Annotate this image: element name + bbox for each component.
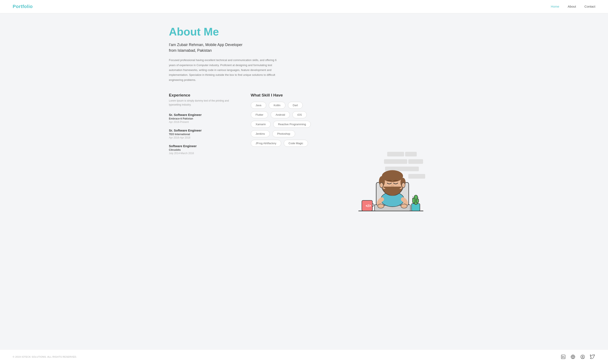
nav-item-home[interactable]: Home xyxy=(551,5,559,8)
about-heading-normal: About xyxy=(169,26,204,38)
navbar: Portfolio Home About Contact xyxy=(0,0,608,13)
footer-copyright: © 2019 IOTECK SOLUTIONS. ALL RIGHTS RESE… xyxy=(13,356,77,358)
skill-kotlin: Kotlin xyxy=(269,102,285,109)
about-bio: Focused professional having excellent te… xyxy=(169,58,279,82)
right-panel: </> ⌘ xyxy=(331,26,439,341)
svg-rect-0 xyxy=(387,152,404,156)
skills-section: What Skill I Have Java Kotlin Dart Flutt… xyxy=(251,93,323,160)
skill-codemagic: Code Magic xyxy=(284,140,308,147)
social-icons xyxy=(560,354,595,360)
experience-title: Experience xyxy=(169,93,238,98)
svg-point-29 xyxy=(382,171,402,179)
exp-title-3: Software Engineer xyxy=(169,144,238,148)
skill-java: Java xyxy=(251,102,266,109)
logo[interactable]: Portfolio xyxy=(13,4,33,9)
skill-reactive: Reactive Programming xyxy=(273,121,311,128)
linkedin-icon[interactable] xyxy=(560,354,566,360)
nav-item-about[interactable]: About xyxy=(568,5,576,8)
developer-illustration: </> ⌘ xyxy=(341,145,429,221)
svg-text:</>: </> xyxy=(366,204,371,208)
skill-ios: iOS xyxy=(292,111,307,118)
exp-item-1: Sr. Software Engineer Embrace-it Pakista… xyxy=(169,113,238,124)
github-icon[interactable] xyxy=(580,354,586,360)
svg-point-23 xyxy=(401,204,407,208)
nav-link-about[interactable]: About xyxy=(568,5,576,8)
exp-period-2: Apr 2016-Apr 2018 xyxy=(169,136,238,139)
about-subtitle: I'am Zubair Rehman, Mobile App Developer… xyxy=(169,42,323,53)
svg-rect-2 xyxy=(384,159,407,164)
footer: © 2019 IOTECK SOLUTIONS. ALL RIGHTS RESE… xyxy=(0,350,608,364)
exp-company-1: Embrace-it Pakistan xyxy=(169,117,238,120)
nav-item-contact[interactable]: Contact xyxy=(584,5,595,8)
experience-desc: Lorem Ipsum is simply dummy text of the … xyxy=(169,99,238,107)
skill-android: Android xyxy=(271,111,290,118)
exp-period-3: July 2014-March 2016 xyxy=(169,152,238,155)
nav-links: Home About Contact xyxy=(551,5,595,8)
skill-tags: Java Kotlin Dart Flutter Android iOS Xam… xyxy=(251,102,323,147)
svg-rect-5 xyxy=(408,174,425,179)
logo-accent: o xyxy=(30,4,33,9)
svg-point-37 xyxy=(582,356,583,357)
globe-icon[interactable] xyxy=(570,354,576,360)
skill-jenkins: Jenkins xyxy=(251,130,270,137)
exp-title-2: Sr. Software Engineer xyxy=(169,129,238,132)
exp-company-3: Citrusbits xyxy=(169,148,238,151)
skill-xamarin: Xamarin xyxy=(251,121,271,128)
about-heading-accent: Me xyxy=(204,26,219,38)
skill-flutter: Flutter xyxy=(251,111,268,118)
skills-title: What Skill I Have xyxy=(251,93,323,98)
skill-jfrog: JFrog Atrtifactory xyxy=(251,140,281,147)
two-col-section: Experience Lorem Ipsum is simply dummy t… xyxy=(169,93,323,160)
exp-company-2: TEO International xyxy=(169,133,238,136)
main-content: About Me I'am Zubair Rehman, Mobile App … xyxy=(156,13,452,350)
twitter-icon[interactable] xyxy=(589,354,595,360)
svg-rect-1 xyxy=(405,152,417,156)
svg-point-31 xyxy=(402,183,405,188)
nav-link-contact[interactable]: Contact xyxy=(584,5,595,8)
svg-line-13 xyxy=(413,196,413,197)
svg-point-22 xyxy=(378,204,384,208)
svg-rect-3 xyxy=(408,159,423,164)
about-heading: About Me xyxy=(169,26,323,38)
exp-title-1: Sr. Software Engineer xyxy=(169,113,238,117)
svg-point-30 xyxy=(380,183,383,188)
svg-rect-12 xyxy=(416,199,419,203)
left-panel: About Me I'am Zubair Rehman, Mobile App … xyxy=(169,26,331,341)
exp-item-3: Software Engineer Citrusbits July 2014-M… xyxy=(169,144,238,155)
skill-photoshop: Photoshop xyxy=(272,130,295,137)
logo-text: Portfoli xyxy=(13,4,30,9)
skill-dart: Dart xyxy=(288,102,303,109)
nav-link-home[interactable]: Home xyxy=(551,5,559,8)
exp-item-2: Sr. Software Engineer TEO International … xyxy=(169,129,238,139)
exp-period-1: Apr 2018-Present xyxy=(169,121,238,124)
experience-section: Experience Lorem Ipsum is simply dummy t… xyxy=(169,93,238,160)
